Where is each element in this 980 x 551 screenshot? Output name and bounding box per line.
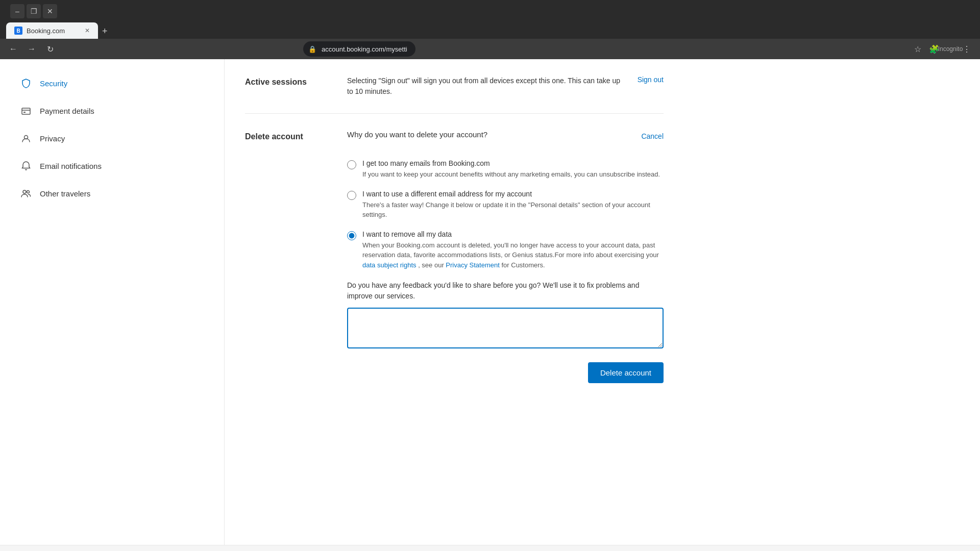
svg-point-3 [23, 190, 26, 193]
sidebar-item-notifications[interactable]: Email notifications [0, 152, 224, 180]
privacy-statement-link[interactable]: Privacy Statement [446, 261, 500, 269]
delete-account-section: Delete account Why do you want to delete… [245, 114, 664, 399]
page-footer: About Booking.com · Terms & conditions ·… [0, 545, 980, 551]
delete-account-button[interactable]: Delete account [588, 362, 664, 383]
travelers-icon [20, 188, 32, 199]
svg-rect-0 [22, 108, 30, 114]
back-button[interactable]: ← [6, 42, 20, 56]
delete-option-2-description: There's a faster way! Change it below or… [362, 200, 664, 220]
new-tab-button[interactable]: + [98, 26, 112, 37]
sign-out-button[interactable]: Sign out [638, 76, 664, 84]
tab-close-button[interactable]: ✕ [85, 27, 90, 34]
delete-option-3-label: I want to remove all my data [362, 230, 664, 238]
data-subject-rights-link[interactable]: data subject rights [362, 261, 416, 269]
payment-icon [20, 105, 32, 116]
bookmark-button[interactable]: ☆ [911, 42, 925, 56]
sidebar-label-payment: Payment details [40, 107, 94, 115]
cancel-button[interactable]: Cancel [641, 130, 664, 140]
sidebar: Security Payment details Privacy [0, 59, 225, 545]
delete-radio-1[interactable] [347, 160, 356, 169]
delete-actions: Delete account [347, 362, 664, 383]
sidebar-item-payment[interactable]: Payment details [0, 97, 224, 124]
browser-title-bar: – ❐ ✕ [0, 0, 980, 22]
refresh-button[interactable]: ↻ [43, 42, 57, 56]
window-restore-button[interactable]: ❐ [27, 4, 41, 18]
delete-option-3: I want to remove all my data When your B… [347, 230, 664, 270]
main-content: Active sessions Selecting "Sign out" wil… [225, 59, 684, 545]
sidebar-label-security: Security [40, 79, 67, 88]
privacy-icon [20, 133, 32, 144]
delete-option-2: I want to use a different email address … [347, 190, 664, 220]
delete-option-1-content: I get too many emails from Booking.com I… [362, 159, 660, 180]
delete-option-1-description: If you want to keep your account benefit… [362, 169, 660, 180]
sidebar-label-notifications: Email notifications [40, 162, 102, 170]
delete-option-1-label: I get too many emails from Booking.com [362, 159, 660, 167]
active-sessions-section: Active sessions Selecting "Sign out" wil… [245, 59, 664, 114]
sidebar-item-travelers[interactable]: Other travelers [0, 180, 224, 207]
active-tab[interactable]: B Booking.com ✕ [6, 22, 98, 39]
menu-button[interactable]: ⋮ [960, 42, 974, 56]
address-lock-icon: 🔒 [308, 45, 316, 53]
delete-option-3-description: When your Booking.com account is deleted… [362, 240, 664, 270]
feedback-label: Do you have any feedback you'd like to s… [347, 280, 664, 302]
address-bar[interactable] [303, 41, 415, 57]
address-bar-row: ← → ↻ 🔒 ☆ 🧩 Incognito ⋮ [0, 39, 980, 59]
delete-radio-3[interactable] [347, 231, 356, 240]
svg-rect-1 [23, 112, 26, 113]
window-minimize-button[interactable]: – [10, 4, 24, 18]
bell-icon [20, 160, 32, 171]
svg-point-4 [27, 191, 30, 193]
feedback-textarea[interactable] [347, 308, 664, 348]
delete-option-3-content: I want to remove all my data When your B… [362, 230, 664, 270]
incognito-button[interactable]: Incognito [943, 42, 958, 56]
active-sessions-title: Active sessions [245, 76, 327, 97]
page-layout: Security Payment details Privacy [0, 59, 980, 545]
delete-option-2-content: I want to use a different email address … [362, 190, 664, 220]
address-bar-wrapper: 🔒 [303, 41, 660, 57]
active-sessions-description: Selecting "Sign out" will sign you out f… [347, 76, 627, 97]
sidebar-label-privacy: Privacy [40, 134, 65, 143]
sidebar-item-privacy[interactable]: Privacy [0, 124, 224, 152]
tab-title: Booking.com [27, 27, 65, 35]
tab-favicon: B [14, 27, 22, 35]
delete-option-2-label: I want to use a different email address … [362, 190, 664, 198]
sidebar-item-security[interactable]: Security [0, 69, 224, 97]
delete-question: Why do you want to delete your account? [347, 130, 487, 139]
sidebar-label-travelers: Other travelers [40, 189, 90, 198]
tab-bar: B Booking.com ✕ + [0, 22, 980, 39]
delete-account-content: Why do you want to delete your account? … [347, 130, 664, 383]
delete-radio-2[interactable] [347, 191, 356, 200]
shield-icon [20, 78, 32, 89]
active-sessions-row: Selecting "Sign out" will sign you out f… [347, 76, 664, 97]
forward-button[interactable]: → [24, 42, 39, 56]
browser-actions: ☆ 🧩 Incognito ⋮ [911, 42, 974, 56]
window-close-button[interactable]: ✕ [43, 4, 57, 18]
delete-option-1: I get too many emails from Booking.com I… [347, 159, 664, 180]
delete-account-title: Delete account [245, 130, 327, 383]
